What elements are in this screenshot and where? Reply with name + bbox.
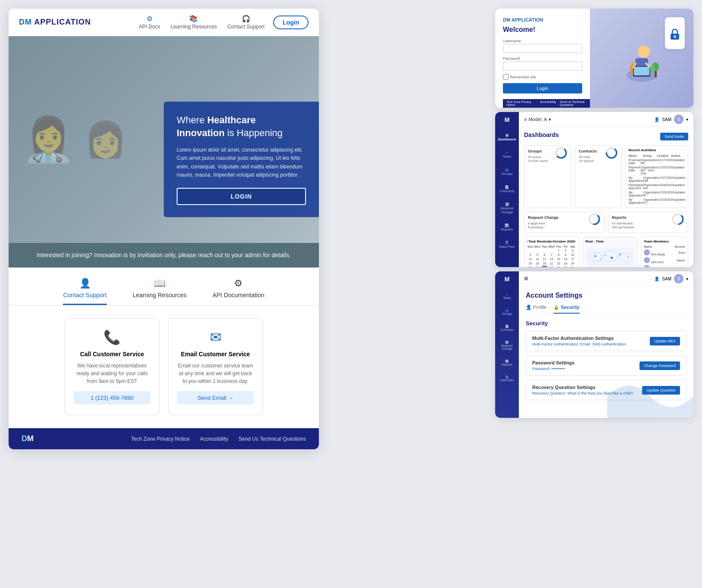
dashboard-bottom-row: ‹ Task Reminder October 2020 › SunMonTue… (524, 236, 688, 267)
tab-contact-support[interactable]: 👤 Contact Support (63, 278, 106, 305)
settings-sidebar-files[interactable]: 🗄Data Files (499, 374, 516, 383)
tab-learning-resources[interactable]: 📖 Learning Resources (133, 278, 187, 305)
settings-sidebar-groups[interactable]: 👥Groups (500, 307, 514, 317)
calendar-day[interactable]: 1 (555, 249, 562, 252)
calendar-day[interactable]: 15 (555, 257, 562, 261)
dashboard-cards-row-2: Request Change 8 approved 8 pending Repo… (524, 212, 688, 233)
main-landing-page: DM APPLICATION ⚙ API Docs 📚 Learning Res… (9, 9, 319, 449)
calendar-day[interactable]: 17 (569, 257, 576, 261)
hero-login-button[interactable]: LOGIN (177, 188, 306, 205)
password-settings-section: Password Settings Password: •••••••••• C… (526, 355, 686, 376)
settings-page-title: Account Settings (526, 292, 686, 299)
calendar-next-btn[interactable]: › (575, 240, 576, 243)
send-invite-button[interactable]: Send Invite (660, 133, 688, 140)
calendar-day[interactable]: 6 (541, 253, 548, 257)
change-password-button[interactable]: Change Password (640, 361, 680, 370)
calendar-day[interactable]: 11 (527, 257, 534, 261)
calendar-day[interactable]: 8 (555, 253, 562, 257)
login-submit-button[interactable]: Login (503, 83, 582, 93)
calendar-day[interactable]: 19 (534, 261, 540, 265)
calendar-day[interactable]: 25 (527, 266, 534, 267)
calendar-day[interactable]: 26 (534, 266, 540, 267)
sidebar-item-request-change[interactable]: 🔄Request Change (495, 201, 519, 216)
sidebar-item-data-files[interactable]: 🗄Data Files (497, 239, 516, 250)
calendar-day[interactable]: 3 (569, 249, 576, 252)
sidebar-item-dashboard[interactable]: ⊞Dashboard (496, 132, 518, 143)
sidebar-item-reports[interactable]: 📊Reports (499, 222, 515, 233)
settings-sidebar-request[interactable]: 🔄Request Change (495, 339, 519, 352)
svg-point-26 (604, 255, 605, 256)
settings-user-icon: 👤 (654, 277, 659, 281)
calendar-day[interactable]: 5 (534, 253, 540, 257)
user-icon: 👤 (654, 117, 659, 122)
nav-api-docs[interactable]: ⚙ API Docs (139, 15, 160, 30)
activity-rows: Financial DataOrganization BD12/17/2020U… (628, 158, 685, 205)
svg-point-29 (627, 256, 628, 258)
chevron-down-icon: ▾ (549, 117, 551, 122)
tab-security[interactable]: 🔒 Security (553, 305, 579, 314)
user-menu-chevron[interactable]: ▾ (686, 117, 688, 122)
footer-technical-link[interactable]: Send Us Technical Questions (238, 436, 306, 442)
calendar-day[interactable]: 12 (534, 257, 540, 261)
footer-privacy-link[interactable]: Tech Zone Privacy Notice (131, 436, 190, 442)
activity-row: My ApplicationOrganization DM7/27/2020Up… (628, 176, 685, 183)
password-input[interactable] (503, 62, 582, 71)
model-selector[interactable]: ≡ Model: A ▾ (524, 117, 551, 122)
calendar-day[interactable]: 31 (569, 266, 576, 267)
calendar-day[interactable]: 16 (562, 257, 569, 261)
nav-contact-support[interactable]: 🎧 Contact Support (227, 15, 265, 30)
calendar-day[interactable]: 24 (569, 261, 576, 265)
login-footer-bar: Tech Zone Privacy Notice Accessibility S… (503, 99, 598, 108)
calendar-day[interactable]: 7 (548, 253, 555, 257)
calendar-day[interactable]: 27 (541, 266, 548, 267)
landing-login-button[interactable]: Login (273, 16, 309, 29)
tab-api-documentation[interactable]: ⚙ API Documentation (212, 278, 265, 305)
calendar-day[interactable]: 2 (562, 249, 569, 252)
call-action-button[interactable]: 1 (123) 456-7890 (74, 391, 150, 404)
calendar-day[interactable]: 10 (569, 253, 576, 257)
svg-point-10 (650, 65, 655, 72)
footer-accessibility-link[interactable]: Accessibility (200, 436, 228, 442)
settings-sidebar-logo: M (505, 276, 510, 283)
nav-learning-resources[interactable]: 📚 Learning Resources (171, 15, 217, 30)
svg-rect-21 (586, 248, 635, 266)
sidebar-item-groups[interactable]: 👥Groups (499, 166, 514, 177)
calendar-day[interactable]: 28 (548, 266, 555, 267)
calendar-day[interactable]: 9 (562, 253, 569, 257)
calendar-day[interactable]: 23 (562, 261, 569, 265)
calendar-day[interactable]: 13 (541, 257, 548, 261)
svg-point-27 (610, 257, 612, 259)
sidebar-item-tasks[interactable]: ✓Tasks (501, 149, 513, 160)
calendar-day[interactable]: 30 (562, 266, 569, 267)
footer-links: Tech Zone Privacy Notice Accessibility S… (131, 436, 306, 442)
settings-menu-icon[interactable]: ≡ (524, 275, 528, 283)
update-question-button[interactable]: Update Question (642, 386, 680, 395)
landing-logo: DM APPLICATION (19, 18, 91, 27)
remember-me-checkbox[interactable] (503, 74, 509, 80)
settings-sidebar-tasks[interactable]: ✓Tasks (502, 291, 513, 301)
update-mfa-button[interactable]: Update MFA (650, 337, 680, 345)
svg-point-30 (599, 259, 601, 260)
calendar-day[interactable]: 20 (541, 261, 548, 265)
calendar-day[interactable]: 14 (548, 257, 555, 261)
contracts-donut-chart (605, 146, 618, 159)
calendar-day[interactable]: 22 (555, 261, 562, 265)
settings-sidebar-contracts[interactable]: 📄Contracts (499, 323, 515, 333)
settings-sidebar-reports[interactable]: 📊Reports (500, 358, 514, 368)
email-action-button[interactable]: Send Email → (177, 391, 254, 404)
profile-icon: 👤 (526, 305, 533, 310)
request-change-card: Request Change 8 approved 8 pending (524, 212, 605, 233)
team-members-panel: Team Members Name Access Tom BradyExec J… (641, 236, 688, 267)
settings-user-chevron[interactable]: ▾ (686, 277, 688, 281)
calendar-day[interactable]: 29 (555, 266, 562, 267)
username-field: Username (503, 39, 582, 53)
calendar-day[interactable]: 18 (527, 261, 534, 265)
username-input[interactable] (503, 44, 582, 53)
team-member-row: Tom BradyExec (644, 249, 685, 256)
team-member-row: Ed WilliamsAdmin (644, 265, 685, 267)
calendar-day (541, 249, 548, 252)
tab-profile[interactable]: 👤 Profile (526, 305, 546, 314)
calendar-day[interactable]: 4 (527, 253, 534, 257)
calendar-day[interactable]: 21 (548, 261, 555, 265)
sidebar-item-contracts[interactable]: 📄Contracts (498, 184, 516, 195)
